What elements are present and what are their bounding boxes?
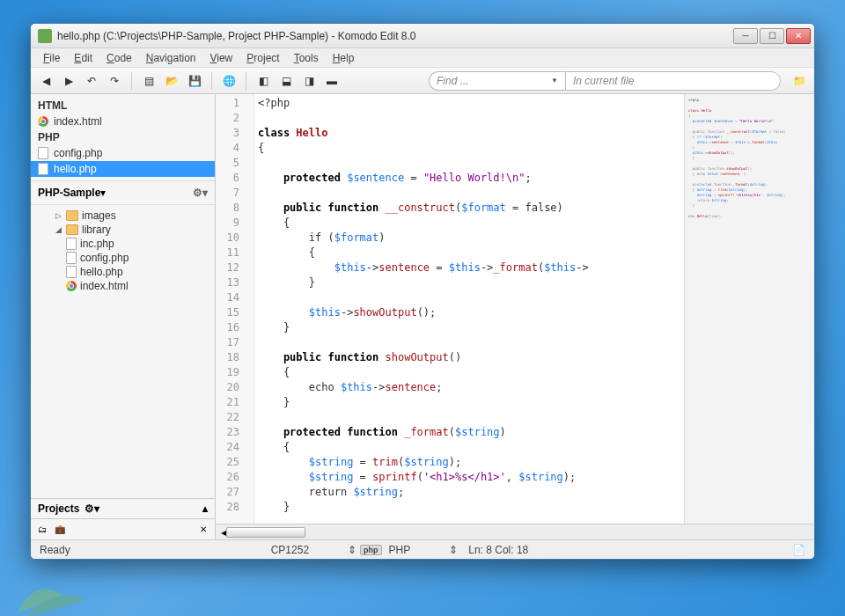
horizontal-scrollbar[interactable]: ◂	[216, 524, 814, 539]
panel-left-button[interactable]: ◧	[254, 71, 273, 91]
tree-folder-images[interactable]: ▷ images	[34, 209, 211, 223]
menu-file[interactable]: File	[36, 50, 67, 66]
file-icon	[38, 147, 48, 159]
chrome-icon	[38, 116, 48, 127]
window-title: hello.php (C:\Projects\PHP-Sample, Proje…	[57, 30, 733, 42]
app-window: hello.php (C:\Projects\PHP-Sample, Proje…	[30, 23, 815, 560]
project-header[interactable]: PHP-Sample▾ ⚙▾	[31, 181, 215, 205]
desktop-decoration	[9, 568, 114, 616]
back-button[interactable]: ◀	[36, 71, 55, 91]
line-gutter: 1234567891011121314151617181920212223242…	[216, 94, 254, 524]
disclosure-icon[interactable]: ◢	[54, 225, 62, 234]
status-ready: Ready	[40, 544, 106, 556]
sidebar: HTML index.html PHP config.php hello.php…	[31, 94, 216, 539]
tree-file-config[interactable]: config.php	[34, 251, 211, 265]
find-placeholder: Find ...	[437, 75, 469, 87]
minimap[interactable]: <?php class Hello { protected $sentence …	[684, 94, 814, 524]
folder-icon	[66, 224, 78, 235]
toolbar-separator	[131, 72, 132, 90]
lang-badge: php	[360, 545, 382, 555]
new-file-button[interactable]: ▤	[139, 71, 158, 91]
tree-file-index[interactable]: index.html	[34, 279, 211, 293]
titlebar[interactable]: hello.php (C:\Projects\PHP-Sample, Proje…	[31, 24, 814, 48]
file-icon	[38, 163, 48, 175]
forward-button[interactable]: ▶	[59, 71, 78, 91]
sidebar-tabs: 🗂 💼 ✕	[31, 518, 215, 539]
save-button[interactable]: 💾	[185, 71, 204, 91]
menu-code[interactable]: Code	[99, 50, 139, 66]
updown-icon[interactable]: ⇕	[449, 544, 458, 556]
collapse-icon[interactable]: ▴	[202, 502, 208, 515]
sync-icon[interactable]: 📄	[792, 544, 805, 556]
disclosure-icon[interactable]: ▷	[54, 211, 62, 220]
undo-button[interactable]: ↶	[82, 71, 101, 91]
menu-project[interactable]: Project	[239, 50, 286, 66]
menu-navigation[interactable]: Navigation	[139, 50, 203, 66]
panel-right-button[interactable]: ◨	[299, 71, 319, 91]
file-icon	[66, 266, 77, 278]
menu-edit[interactable]: Edit	[67, 50, 99, 66]
tree-folder-library[interactable]: ◢ library	[34, 223, 211, 237]
close-button[interactable]: ✕	[786, 28, 811, 44]
gear-icon[interactable]: ⚙▾	[84, 502, 99, 515]
find-scope-input[interactable]: In current file	[565, 71, 781, 91]
maximize-button[interactable]: ☐	[760, 28, 784, 44]
app-icon	[38, 29, 52, 43]
menu-tools[interactable]: Tools	[287, 50, 326, 66]
folder-icon	[66, 210, 78, 221]
toolbar-separator	[246, 72, 246, 90]
updown-icon[interactable]: ⇕	[348, 544, 356, 556]
scroll-thumb[interactable]	[226, 527, 305, 538]
globe-button[interactable]: 🌐	[219, 71, 239, 91]
file-icon	[66, 252, 77, 264]
group-php: PHP	[31, 129, 215, 145]
menu-help[interactable]: Help	[326, 50, 362, 66]
open-file-hello[interactable]: hello.php	[31, 161, 215, 177]
project-tree: ▷ images ◢ library inc.php config.php	[31, 205, 215, 498]
redo-button[interactable]: ↷	[105, 71, 124, 91]
content-area: HTML index.html PHP config.php hello.php…	[31, 94, 814, 539]
status-encoding[interactable]: CP1252	[271, 544, 344, 556]
chrome-icon	[66, 281, 77, 291]
toolbar: ◀ ▶ ↶ ↷ ▤ 📂 💾 🌐 ◧ ⬓ ◨ ▬ Find ... ▼ In cu…	[31, 68, 814, 94]
files-tab-icon[interactable]: 🗂	[36, 524, 48, 536]
editor[interactable]: 1234567891011121314151617181920212223242…	[216, 94, 814, 524]
open-button[interactable]: 📂	[162, 71, 181, 91]
file-icon	[66, 238, 77, 250]
tree-file-inc[interactable]: inc.php	[34, 237, 211, 251]
status-lang[interactable]: PHP	[386, 544, 446, 556]
toolbox-tab-icon[interactable]: 💼	[54, 524, 66, 536]
open-folder-button[interactable]: 📁	[790, 71, 809, 91]
status-position[interactable]: Ln: 8 Col: 18	[461, 544, 528, 556]
tree-file-hello[interactable]: hello.php	[34, 265, 211, 279]
open-file-index[interactable]: index.html	[31, 114, 215, 129]
group-html: HTML	[31, 98, 215, 114]
toolbar-separator	[211, 72, 212, 90]
code-area[interactable]: <?php class Hello { protected $sentence …	[254, 94, 684, 524]
open-files-panel: HTML index.html PHP config.php hello.php	[31, 94, 215, 181]
chevron-down-icon[interactable]: ▼	[551, 77, 558, 84]
scope-placeholder: In current file	[573, 75, 634, 87]
open-file-config[interactable]: config.php	[31, 145, 215, 161]
projects-footer[interactable]: Projects ⚙▾ ▴	[31, 498, 215, 518]
statusbar: Ready CP1252 ⇕ php PHP ⇕ Ln: 8 Col: 18 📄	[31, 539, 814, 559]
panel-bottom-button[interactable]: ⬓	[276, 71, 296, 91]
find-input[interactable]: Find ... ▼	[429, 71, 565, 91]
minimize-button[interactable]: ─	[733, 28, 758, 44]
gear-icon[interactable]: ⚙▾	[193, 187, 208, 199]
close-panel-icon[interactable]: ✕	[197, 524, 209, 536]
panel-toggle-button[interactable]: ▬	[322, 71, 342, 91]
menu-view[interactable]: View	[202, 50, 239, 66]
menubar: File Edit Code Navigation View Project T…	[31, 48, 814, 68]
